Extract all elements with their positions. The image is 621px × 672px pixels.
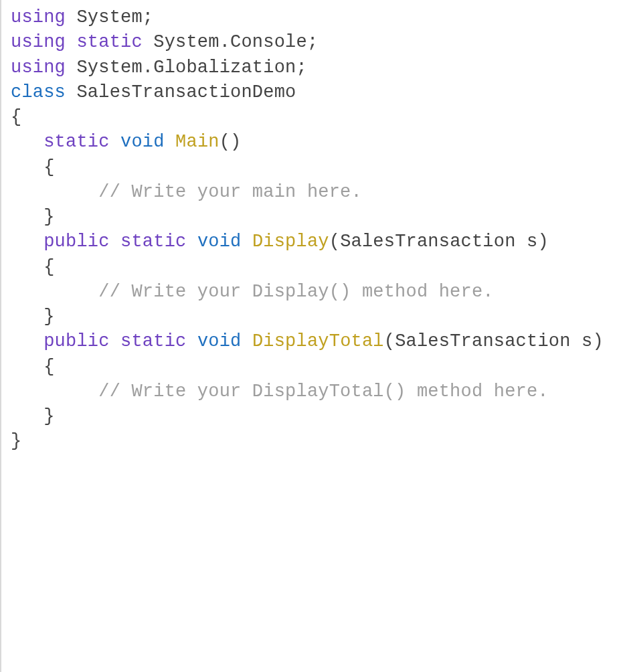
paren-close: ) (230, 132, 241, 152)
type-name: SalesTransaction (395, 331, 570, 351)
indent (11, 232, 43, 252)
code-line: using System.Globalization; (11, 58, 307, 78)
brace-close: } (11, 431, 21, 451)
keyword-using: using (11, 7, 66, 27)
keyword-void: void (120, 132, 165, 152)
namespace: System (76, 7, 142, 27)
space (186, 232, 197, 252)
indent (11, 382, 98, 402)
code-line: static void Main() (11, 132, 242, 152)
space (110, 331, 120, 351)
space (186, 331, 197, 351)
indent (11, 357, 43, 377)
keyword-static: static (120, 331, 186, 351)
code-line: { (11, 157, 55, 177)
indent (11, 207, 43, 227)
space (66, 32, 76, 52)
semicolon: ; (296, 58, 306, 78)
code-line: // Write your Display() method here. (11, 282, 494, 302)
code-line: { (11, 107, 21, 127)
method-display: Display (252, 232, 329, 252)
brace-close: } (43, 207, 54, 227)
keyword-void: void (197, 331, 242, 351)
comment: // Write your Display() method here. (98, 282, 494, 302)
param-name: s (582, 331, 592, 351)
code-line: public static void Display(SalesTransact… (11, 232, 549, 252)
indent (11, 132, 43, 152)
keyword-static: static (120, 232, 186, 252)
indent (11, 406, 43, 426)
indent (11, 182, 98, 202)
code-line: // Write your DisplayTotal() method here… (11, 382, 549, 402)
semicolon: ; (143, 7, 153, 27)
paren-close: ) (537, 232, 548, 252)
keyword-using: using (11, 58, 66, 78)
brace-open: { (43, 157, 54, 177)
space (242, 232, 252, 252)
space (165, 132, 175, 152)
comment: // Write your main here. (98, 182, 362, 202)
paren-open: ( (329, 232, 340, 252)
comment: here. (494, 382, 549, 402)
semicolon: ; (307, 32, 318, 52)
code-line: // Write your main here. (11, 182, 362, 202)
code-line: } (11, 307, 55, 327)
space (571, 331, 582, 351)
space (242, 331, 252, 351)
brace-open: { (43, 357, 54, 377)
code-line: class SalesTransactionDemo (11, 82, 296, 102)
space (66, 58, 76, 78)
space (516, 232, 527, 252)
namespace: System.Console (153, 32, 307, 52)
keyword-public: public (43, 232, 109, 252)
keyword-public: public (43, 331, 109, 351)
indent (11, 157, 43, 177)
indent (11, 307, 43, 327)
code-editor[interactable]: using System; using static System.Consol… (0, 0, 621, 672)
code-line: } (11, 207, 55, 227)
comment: // Write your DisplayTotal() method (98, 382, 494, 402)
space (110, 132, 120, 152)
param-name: s (527, 232, 537, 252)
code-line: public static void DisplayTotal(SalesTra… (11, 331, 604, 351)
keyword-static: static (76, 32, 142, 52)
paren-close: ) (592, 331, 603, 351)
code-line: using static System.Console; (11, 32, 318, 52)
keyword-class: class (11, 82, 66, 102)
brace-close: } (43, 307, 54, 327)
method-main: Main (175, 132, 219, 152)
keyword-void: void (197, 232, 242, 252)
code-line: { (11, 257, 55, 277)
keyword-using: using (11, 32, 66, 52)
indent (11, 257, 43, 277)
space (110, 232, 120, 252)
class-name: SalesTransactionDemo (76, 82, 296, 102)
space (143, 32, 153, 52)
namespace: System.Globalization (76, 58, 296, 78)
keyword-static: static (43, 132, 109, 152)
brace-open: { (43, 257, 54, 277)
paren-open: ( (384, 331, 395, 351)
code-line: using System; (11, 7, 153, 27)
brace-open: { (11, 107, 21, 127)
brace-close: } (43, 406, 54, 426)
code-line: { (11, 357, 55, 377)
code-line: } (11, 406, 55, 426)
method-display-total: DisplayTotal (252, 331, 384, 351)
paren-open: ( (219, 132, 230, 152)
indent (11, 282, 98, 302)
type-name: SalesTransaction (340, 232, 515, 252)
space (66, 7, 76, 27)
code-line: } (11, 431, 21, 451)
space (66, 82, 76, 102)
indent (11, 331, 43, 351)
